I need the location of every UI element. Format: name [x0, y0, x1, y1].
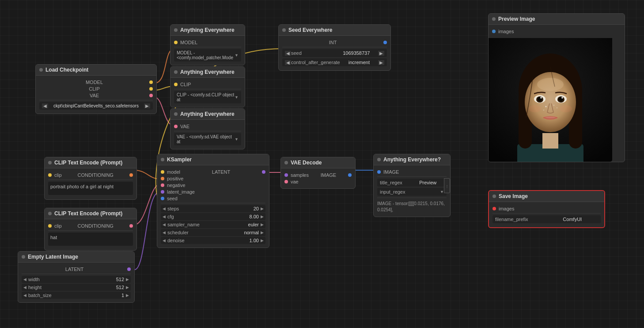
ae3-title: Anything Everywhere [180, 111, 235, 117]
eli-width-prev[interactable]: ◀ [23, 277, 27, 282]
vae-output-port[interactable] [149, 94, 153, 97]
ksampler-cfg-prev[interactable]: ◀ [163, 214, 166, 219]
ae3-vae-port[interactable] [174, 125, 178, 128]
cte2-body: clip CONDITIONING hat [45, 219, 136, 250]
ksampler-sampler-next[interactable]: ▶ [261, 222, 264, 227]
aeq-title: Anything Everywhere? [383, 156, 441, 163]
ae3-vae-label: VAE [180, 124, 189, 129]
preview-images-port[interactable] [492, 30, 496, 33]
cte2-title: CLIP Text Encode (Prompt) [54, 210, 122, 217]
ae3-vae-port-row: VAE [174, 124, 241, 129]
vae-decode-samples-port[interactable] [284, 173, 288, 177]
aeq-scrollbar[interactable]: ⋮ [444, 178, 450, 193]
ksampler-header: KSampler [157, 154, 269, 165]
ksampler-denoise-next[interactable]: ▶ [261, 238, 264, 243]
aeq-dot [377, 158, 381, 161]
vae-decode-vae-row: vae [284, 179, 352, 184]
eli-batch-next[interactable]: ▶ [126, 293, 129, 297]
eli-width-row[interactable]: ◀ width 512 ▶ [22, 276, 131, 283]
ksampler-scheduler-row[interactable]: ◀ scheduler normal ▶ [161, 229, 265, 236]
seed-value: 1069358737 [335, 50, 379, 56]
aeq-input-regex-row[interactable]: input_regex ▼ [377, 188, 447, 196]
clip-output-row: CLIP [39, 86, 153, 92]
ae2-arrow: ▼ [235, 95, 239, 99]
cte1-conditioning-port[interactable] [129, 173, 133, 177]
ksampler-denoise-prev[interactable]: ◀ [163, 238, 166, 243]
control-field[interactable]: ◀ control_after_generate increment ▶ [282, 58, 387, 66]
ksampler-denoise-row[interactable]: ◀ denoise 1.00 ▶ [161, 237, 265, 244]
cte2-text[interactable]: hat [48, 233, 133, 246]
seed-label: seed [291, 50, 335, 56]
ae1-model-port[interactable] [174, 41, 178, 44]
svg-point-21 [543, 110, 544, 111]
ksampler-latent-port[interactable] [262, 170, 265, 174]
ksampler-cfg-row[interactable]: ◀ cfg 8.00 ▶ [161, 213, 265, 220]
save-filename-label: filename_prefix [495, 217, 547, 222]
preview-image-canvas [489, 38, 612, 162]
cte1-clip-in-port[interactable] [48, 173, 52, 177]
eli-width-next[interactable]: ▶ [126, 277, 129, 282]
clip-output-port[interactable] [149, 87, 153, 91]
eli-latent-port[interactable] [127, 267, 131, 271]
ksampler-latent-image-port[interactable] [161, 190, 164, 194]
eli-height-row[interactable]: ◀ height 512 ▶ [22, 284, 131, 291]
eli-latent-row: LATENT [22, 267, 131, 272]
ae2-clip-port[interactable] [174, 83, 178, 86]
model-output-port[interactable] [149, 80, 153, 84]
checkpoint-prev-btn[interactable]: ◀ [42, 103, 48, 108]
aeq-title-regex-row[interactable]: title_regex Preview [377, 179, 447, 187]
eli-height-prev[interactable]: ◀ [23, 285, 27, 290]
ae2-clip-label: CLIP [180, 82, 191, 87]
preview-image-header: Preview Image [489, 14, 625, 25]
vae-decode-image-out-port[interactable] [348, 173, 352, 177]
eli-batch-prev[interactable]: ◀ [23, 293, 27, 297]
ksampler-scheduler-prev[interactable]: ◀ [163, 230, 166, 235]
ksampler-steps-row[interactable]: ◀ steps 20 ▶ [161, 205, 265, 212]
cte2-clip-in-port[interactable] [48, 224, 52, 228]
eli-body: LATENT ◀ width 512 ▶ ◀ height 512 ▶ ◀ ba… [18, 263, 134, 302]
ksampler-model-port[interactable] [161, 170, 164, 174]
control-next-btn[interactable]: ▶ [378, 60, 384, 65]
checkpoint-field[interactable]: ◀ ckpt\cbinplCantBelieveIts_seco.safeten… [39, 102, 153, 110]
vae-decode-vae-port[interactable] [284, 180, 288, 183]
ksampler-body: model LATENT positive negative latent_im… [157, 165, 269, 248]
preview-image-node: Preview Image images [488, 13, 625, 162]
save-image-body: images filename_prefix ComfyUI [489, 202, 604, 227]
aeq-image-port[interactable] [377, 170, 381, 174]
ksampler-sampler-prev[interactable]: ◀ [163, 222, 166, 227]
ksampler-title: KSampler [167, 156, 192, 163]
int-label: INT [329, 40, 337, 45]
int-output-port[interactable] [383, 41, 387, 44]
cte2-conditioning-port[interactable] [129, 224, 133, 228]
ksampler-cfg-next[interactable]: ▶ [261, 214, 264, 219]
eli-height-next[interactable]: ▶ [126, 285, 129, 290]
ksampler-scheduler-next[interactable]: ▶ [261, 230, 264, 235]
eli-batch-row[interactable]: ◀ batch_size 1 ▶ [22, 292, 131, 299]
save-filename-value: ComfyUI [547, 217, 599, 222]
control-prev-btn[interactable]: ◀ [285, 60, 291, 65]
ksampler-sampler-label: sampler_name [167, 222, 242, 227]
seed-next-btn[interactable]: ▶ [378, 51, 384, 56]
load-checkpoint-node: Load Checkpoint MODEL CLIP VAE ◀ ckpt\cb… [35, 64, 157, 114]
ksampler-positive-port[interactable] [161, 177, 164, 180]
vae-output-row: VAE [39, 93, 153, 98]
seed-everywhere-dot [282, 28, 286, 32]
save-images-port[interactable] [492, 207, 496, 210]
seed-prev-btn[interactable]: ◀ [285, 51, 291, 56]
anything-everywhere-3-node: Anything Everywhere VAE VAE - <comfy.sd.… [170, 108, 245, 149]
aeq-image-data-value: IMAGE - tensor([[[[0.0215, 0.0176, 0.025… [377, 201, 445, 212]
ksampler-steps-next[interactable]: ▶ [261, 206, 264, 211]
eli-width-label: width [28, 277, 107, 282]
checkpoint-next-btn[interactable]: ▶ [144, 103, 150, 108]
cte1-text[interactable]: portrait photo of a girl at night [48, 182, 133, 195]
eli-width-value: 512 [109, 277, 124, 282]
ksampler-negative-port[interactable] [161, 183, 164, 187]
ksampler-seed-port[interactable] [161, 197, 164, 200]
ksampler-sampler-row[interactable]: ◀ sampler_name euler ▶ [161, 221, 265, 228]
aeq-input-regex-label: input_regex [380, 189, 440, 195]
seed-field[interactable]: ◀ seed 1069358737 ▶ [282, 49, 387, 57]
save-image-title: Save Image [499, 193, 528, 199]
ksampler-steps-prev[interactable]: ◀ [163, 206, 166, 211]
ae1-title: Anything Everywhere [180, 27, 235, 33]
save-filename-row[interactable]: filename_prefix ComfyUI [492, 215, 601, 223]
